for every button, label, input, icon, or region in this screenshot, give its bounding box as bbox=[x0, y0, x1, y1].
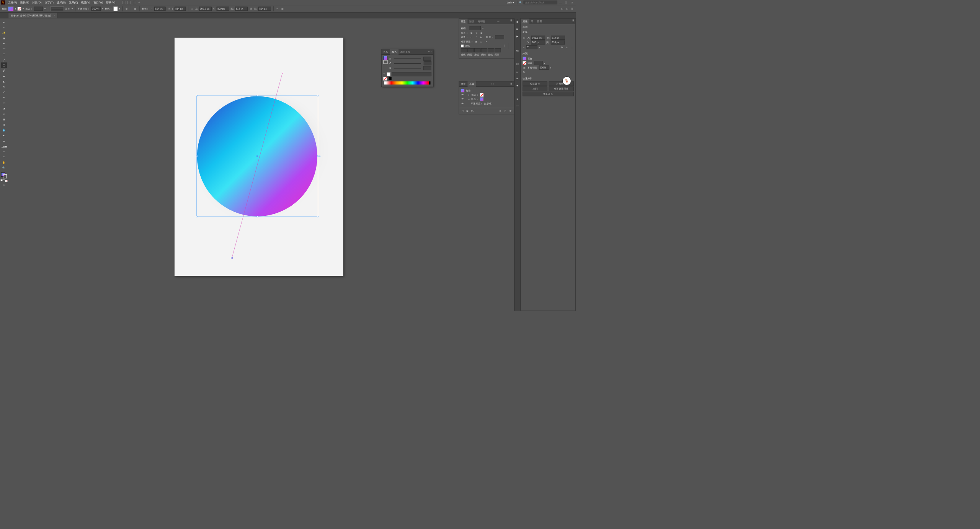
menu-object[interactable]: 对象(O) bbox=[31, 0, 43, 5]
prop-h-input[interactable] bbox=[551, 41, 565, 45]
color-panel[interactable]: 色板 颜色 颜色参考 ▾ × R G B 〒 bbox=[381, 49, 433, 87]
eraser-tool[interactable]: ◧ bbox=[1, 79, 7, 84]
panel-stroke-weight-input[interactable] bbox=[470, 26, 481, 30]
join-bevel-icon[interactable]: ◣ bbox=[480, 35, 483, 39]
prop-y-input[interactable] bbox=[531, 41, 545, 45]
shaper-tool[interactable]: ◆ bbox=[1, 73, 7, 79]
delete-icon[interactable]: 🗑 bbox=[508, 109, 512, 112]
perspective-tool[interactable]: ▱ bbox=[1, 111, 7, 116]
brush-tool[interactable]: 🖌 bbox=[1, 68, 7, 73]
gpu-icon[interactable]: ✈ bbox=[138, 1, 141, 4]
gap3-input[interactable] bbox=[495, 48, 501, 52]
transform-icon[interactable]: ⊞ bbox=[190, 7, 194, 10]
transform-dock-icon[interactable]: ⊞ bbox=[515, 77, 519, 81]
add-fx-icon[interactable]: fx. bbox=[471, 109, 474, 112]
arrange-icon[interactable] bbox=[133, 1, 136, 4]
fx-icon[interactable]: fx. bbox=[523, 70, 526, 74]
hex-swatch[interactable] bbox=[387, 72, 390, 76]
menu-type[interactable]: 文字(T) bbox=[43, 0, 55, 5]
hex-input[interactable] bbox=[392, 72, 431, 77]
link-wh2-icon[interactable]: ⛓ bbox=[249, 7, 252, 10]
ctrl-menu1-icon[interactable]: ⊟ bbox=[560, 7, 564, 10]
tab-colorguide[interactable]: 颜色参考 bbox=[399, 49, 412, 54]
opacity-input[interactable] bbox=[91, 7, 101, 11]
flip-v-icon[interactable]: ⇅ bbox=[565, 46, 568, 49]
right-opacity-input[interactable] bbox=[539, 66, 549, 70]
appearance-opacity-value[interactable]: 默认值 bbox=[484, 102, 492, 105]
gap2-input[interactable] bbox=[481, 48, 487, 52]
symbol-dock-icon[interactable]: ❀ bbox=[515, 97, 519, 101]
stroke-weight-input[interactable] bbox=[34, 7, 43, 11]
dock-menu-icon[interactable]: ≣ bbox=[515, 20, 519, 24]
color-dock-icon[interactable]: ◉ bbox=[515, 27, 519, 31]
dash-align1-icon[interactable]: ┊┊ bbox=[503, 44, 507, 47]
dup-icon[interactable]: ⎘ bbox=[503, 109, 507, 112]
tab-stroke[interactable]: 描边 bbox=[459, 18, 467, 24]
ref-point-icon[interactable]: ⊞ bbox=[523, 36, 526, 39]
recolor-icon[interactable]: ◐ bbox=[125, 7, 129, 10]
minimize-icon[interactable]: — bbox=[559, 1, 562, 4]
prop-angle-input[interactable] bbox=[526, 45, 537, 49]
shape-builder-tool[interactable]: ◔ bbox=[1, 106, 7, 111]
path-dock-icon[interactable]: ◫ bbox=[515, 69, 519, 73]
scale-tool[interactable]: ⤢ bbox=[1, 90, 7, 95]
x-input[interactable] bbox=[199, 7, 212, 11]
pixel-align-button[interactable]: 对齐像素网格 bbox=[549, 86, 574, 91]
char-dock-icon[interactable]: Ai bbox=[515, 49, 519, 53]
color-fill-indicator[interactable] bbox=[383, 56, 387, 60]
link-dock-icon[interactable]: ⛓ bbox=[515, 62, 519, 66]
eye3-icon[interactable]: 👁 bbox=[461, 102, 464, 105]
rotate-tool[interactable]: ↻ bbox=[1, 84, 7, 90]
eye2-icon[interactable]: 👁 bbox=[461, 97, 464, 101]
gradient-mode-icon[interactable] bbox=[3, 179, 5, 181]
ctrl-menu3-icon[interactable]: ☰ bbox=[570, 7, 574, 10]
prop-x-input[interactable] bbox=[531, 36, 545, 40]
align-outside-icon[interactable]: ▪ bbox=[484, 40, 488, 43]
dash3-input[interactable] bbox=[488, 48, 494, 52]
dash-align2-icon[interactable]: ┊ ┊ bbox=[508, 44, 512, 47]
menu-window[interactable]: 窗口(W) bbox=[92, 0, 105, 5]
gear-dock-icon[interactable]: ✺ bbox=[515, 84, 519, 88]
menu-file[interactable]: 文件(F) bbox=[7, 0, 18, 5]
right-fill-swatch[interactable] bbox=[523, 57, 526, 60]
link-wh-icon[interactable]: ⛓ bbox=[167, 7, 170, 10]
dash2-input[interactable] bbox=[474, 48, 480, 52]
tab-color[interactable]: 颜色 bbox=[390, 49, 399, 54]
artboard-tool[interactable]: ▭ bbox=[1, 149, 7, 154]
close-icon[interactable]: ✕ bbox=[570, 1, 574, 4]
artboard[interactable] bbox=[175, 38, 343, 276]
eye1-icon[interactable]: 👁 bbox=[461, 93, 464, 96]
g-input[interactable] bbox=[424, 61, 431, 65]
tab-close-icon[interactable]: × bbox=[54, 14, 55, 17]
tab-gradient[interactable]: 渐变 bbox=[467, 18, 476, 24]
w-input[interactable] bbox=[235, 7, 248, 11]
tab-swatches[interactable]: 色板 bbox=[381, 49, 390, 54]
graph-tool[interactable]: ▁▃▅ bbox=[1, 143, 7, 149]
panel-menu3-icon[interactable]: ≣ bbox=[571, 20, 575, 23]
panel-collapse-icon[interactable]: «« bbox=[495, 20, 501, 23]
tab-appearance[interactable]: 外观 bbox=[467, 81, 476, 86]
cap-round-icon[interactable]: ⊂ bbox=[475, 31, 478, 34]
eyedropper-tool[interactable]: 💧 bbox=[1, 127, 7, 133]
blend-tool[interactable]: ⬖ bbox=[1, 133, 7, 138]
dash1-input[interactable] bbox=[461, 48, 467, 52]
h-input[interactable] bbox=[258, 7, 271, 11]
spectrum-bar[interactable] bbox=[384, 81, 430, 85]
more-appearance-icon[interactable]: … bbox=[570, 70, 573, 74]
clear-icon[interactable]: ⊘ bbox=[498, 109, 502, 112]
add-fill-icon[interactable]: ▣ bbox=[466, 109, 469, 112]
appearance-stroke-swatch[interactable] bbox=[480, 93, 483, 96]
menu-edit[interactable]: 编辑(E) bbox=[19, 0, 31, 5]
join-round-icon[interactable]: ◜ bbox=[475, 35, 478, 39]
menu-select[interactable]: 选择(S) bbox=[56, 0, 67, 5]
appearance-fill-swatch[interactable] bbox=[480, 97, 483, 101]
recolor-button[interactable]: 重新着色 bbox=[523, 92, 574, 96]
st-icon[interactable] bbox=[127, 1, 131, 4]
mesh-tool[interactable]: ▦ bbox=[1, 116, 7, 122]
slice-tool[interactable]: ✂ bbox=[1, 154, 7, 160]
arrange-button[interactable]: 排列 bbox=[523, 86, 547, 91]
align-center-icon[interactable]: ▣ bbox=[475, 40, 478, 43]
tab-right-properties[interactable]: 属性 bbox=[521, 18, 529, 24]
pixel-icon[interactable]: ▦ bbox=[281, 7, 284, 10]
shape-w-input[interactable] bbox=[154, 7, 165, 11]
